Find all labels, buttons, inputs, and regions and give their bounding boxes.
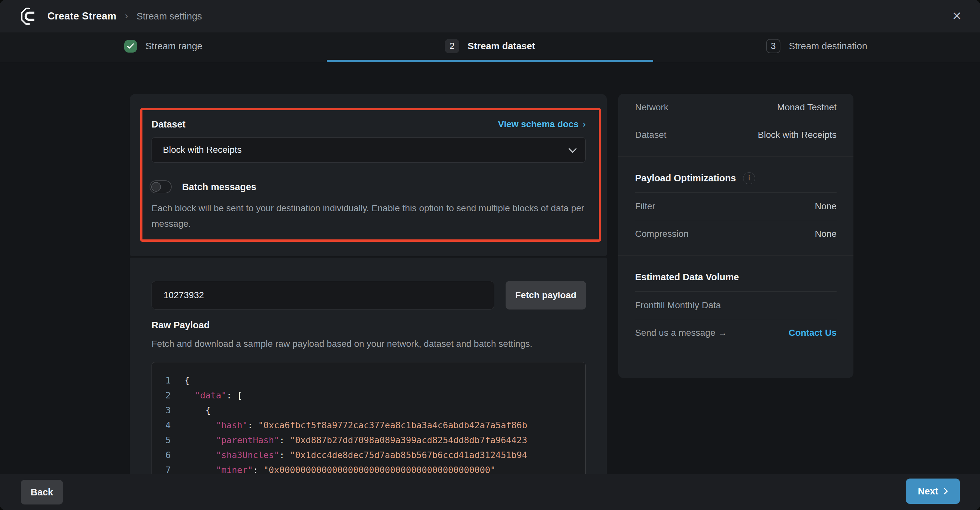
row-label: Frontfill Monthly Data [635,300,721,310]
footer-bar: Back Next [0,473,980,510]
code-segment: "parentHash" [216,435,279,445]
code-line: 1{ [152,373,585,388]
code-segment: "data" [195,390,227,400]
check-icon [124,40,137,52]
line-number: 7 [152,465,171,475]
row-value: None [815,201,837,211]
view-schema-docs-link[interactable]: View schema docs › [498,119,586,130]
row-value: Monad Testnet [777,102,837,113]
line-number: 6 [152,450,171,460]
raw-payload-heading: Raw Payload [151,320,210,330]
code-segment: : [253,465,264,475]
block-number-input[interactable] [151,281,494,310]
summary-row-compression: Compression None [635,220,837,248]
row-label: Filter [635,201,655,211]
step-number-badge: 3 [766,39,780,53]
breadcrumb-chevron-icon: › [125,10,128,21]
schema-link-text: View schema docs [498,119,579,129]
code-segment: "0xca6fbcf5f8a9772cac377ea8c1ba3a4c6abdb… [258,420,527,430]
code-segment [184,435,216,445]
summary-row-network: Network Monad Testnet [635,94,837,121]
code-segment: "0x0000000000000000000000000000000000000… [264,465,496,475]
summary-row-dataset: Dataset Block with Receipts [635,121,837,149]
line-number: 3 [152,405,171,415]
app-logo-icon [19,7,39,25]
row-label: Send us a message → [635,328,727,338]
step-label: Stream range [145,41,202,52]
code-segment: "miner" [216,465,253,475]
next-button-label: Next [918,486,939,497]
section-title: Estimated Data Volume [635,272,739,283]
code-segment: "0x1dcc4de8dec75d7aab85b567b6ccd41ad3124… [290,450,527,460]
code-segment: : [279,450,290,460]
create-stream-modal: Create Stream › Stream settings ✕ Stream… [0,0,980,510]
step-label: Stream dataset [468,41,535,52]
code-segment: { [184,405,211,415]
line-number: 2 [152,390,171,400]
back-button[interactable]: Back [21,480,63,504]
raw-payload-description: Fetch and download a sample raw payload … [151,339,533,349]
batch-messages-toggle[interactable] [150,180,172,193]
code-line: 3 { [152,403,585,418]
code-segment: "0xd887b27dd7098a089a399acd8254dd8db7fa9… [290,435,527,445]
code-segment [184,465,216,475]
payload-card: Fetch payload Raw Payload Fetch and down… [130,257,607,493]
row-label: Network [635,102,668,113]
code-segment: : [279,435,290,445]
code-segment: : [ [226,390,242,400]
row-value: None [815,229,837,239]
toggle-knob [151,182,161,192]
code-line: 2 "data": [ [152,388,585,403]
code-segment: "sha3Uncles" [216,450,279,460]
code-lines: 1{2 "data": [3 {4 "hash": "0xca6fbcf5f8a… [152,373,585,477]
step-stream-destination[interactable]: 3 Stream destination [653,32,980,62]
fetch-payload-button[interactable]: Fetch payload [506,281,586,310]
code-line: 5 "parentHash": "0xd887b27dd7098a089a399… [152,432,585,447]
info-icon[interactable]: i [743,172,755,184]
dataset-card: Dataset View schema docs › Block with Re… [130,94,607,256]
chevron-right-icon [942,488,948,494]
summary-row-filter: Filter None [635,193,837,220]
batch-messages-label: Batch messages [182,182,256,192]
stepper: Stream range 2 Stream dataset 3 Stream d… [0,32,980,62]
code-segment: "hash" [216,420,248,430]
row-label: Compression [635,229,689,239]
code-segment: { [184,375,189,385]
section-divider [618,255,853,256]
line-number: 1 [152,375,171,385]
close-icon[interactable]: ✕ [952,10,962,22]
step-stream-range[interactable]: Stream range [0,32,327,62]
line-number: 5 [152,435,171,445]
page-title: Create Stream [48,10,116,22]
top-bar: Create Stream › Stream settings ✕ [0,0,980,32]
next-button[interactable]: Next [906,478,960,504]
code-segment [184,420,216,430]
dataset-select[interactable]: Block with Receipts [151,137,586,162]
estimated-data-volume-header: Estimated Data Volume [635,263,837,291]
step-number-badge: 2 [445,39,459,53]
code-line: 6 "sha3Uncles": "0x1dcc4de8dec75d7aab85b… [152,447,585,462]
summary-row-contact: Send us a message → Contact Us [635,319,837,346]
row-label: Dataset [635,130,667,140]
code-segment [184,390,195,400]
step-label: Stream destination [789,41,867,52]
stream-summary-card: Network Monad Testnet Dataset Block with… [618,94,853,378]
line-number: 4 [152,420,171,430]
section-title: Payload Optimizations [635,173,736,184]
dataset-select-value: Block with Receipts [163,145,242,155]
payload-optimizations-header: Payload Optimizations i [635,164,837,192]
batch-messages-description: Each block will be sent to your destinat… [151,200,590,232]
section-divider [618,156,853,157]
dataset-label: Dataset [151,119,186,130]
step-stream-dataset[interactable]: 2 Stream dataset [327,32,654,62]
code-line: 4 "hash": "0xca6fbcf5f8a9772cac377ea8c1b… [152,418,585,432]
chevron-right-icon: › [582,118,586,129]
code-segment [184,450,216,460]
contact-us-link[interactable]: Contact Us [789,328,837,338]
breadcrumb: Stream settings [137,11,202,22]
summary-row-frontfill: Frontfill Monthly Data [635,292,837,319]
code-segment: : [248,420,258,430]
row-value: Block with Receipts [758,130,837,140]
chevron-down-icon [568,145,577,153]
